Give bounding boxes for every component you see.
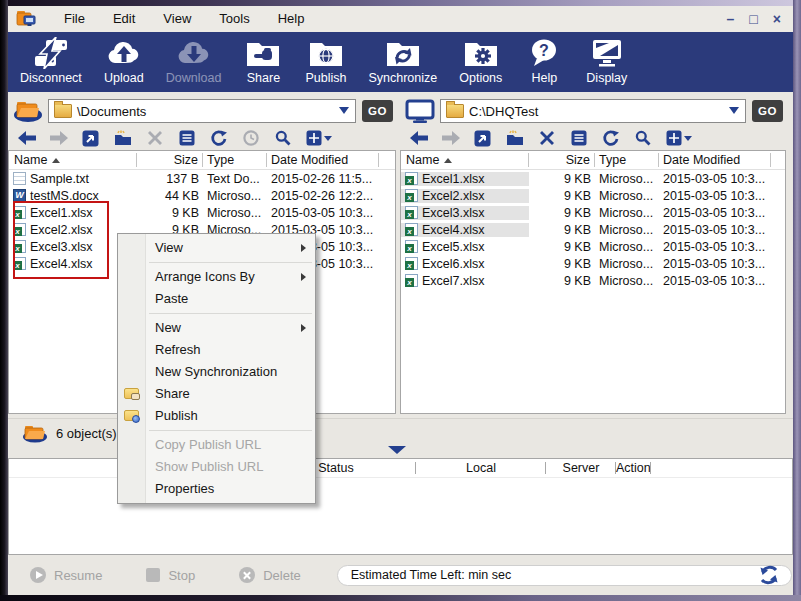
file-icon bbox=[13, 172, 26, 185]
menubar-item[interactable]: Edit bbox=[99, 6, 149, 32]
back-icon[interactable] bbox=[408, 129, 429, 147]
column-header-name[interactable]: Name bbox=[401, 153, 529, 167]
download-icon bbox=[174, 37, 214, 69]
context-menu-item[interactable]: New bbox=[118, 317, 315, 339]
menu-items: FileEditViewToolsHelp bbox=[50, 6, 318, 32]
delete-button[interactable]: Delete bbox=[239, 567, 301, 583]
share-button[interactable]: Share bbox=[243, 37, 283, 85]
window-frame-right bbox=[793, 0, 801, 601]
display-button[interactable]: Display bbox=[586, 37, 627, 85]
local-go-button[interactable]: GO bbox=[752, 100, 783, 122]
back-icon[interactable] bbox=[16, 129, 37, 147]
maximize-button[interactable]: □ bbox=[749, 6, 757, 32]
search-icon[interactable] bbox=[272, 129, 293, 147]
new-folder-icon[interactable] bbox=[504, 129, 525, 147]
list-view-icon[interactable] bbox=[568, 129, 589, 147]
help-button[interactable]: ? Help bbox=[524, 37, 564, 85]
new-folder-icon[interactable] bbox=[112, 129, 133, 147]
context-menu-item[interactable]: New Synchronization bbox=[118, 361, 315, 383]
synchronize-icon bbox=[383, 37, 423, 69]
refresh-transfers-icon[interactable] bbox=[757, 563, 781, 587]
up-level-icon[interactable] bbox=[472, 129, 493, 147]
column-header-size[interactable]: Size bbox=[137, 153, 203, 167]
menubar-item[interactable]: Tools bbox=[205, 6, 263, 32]
column-header-type[interactable]: Type bbox=[595, 153, 659, 167]
close-button[interactable]: × bbox=[773, 6, 781, 32]
stop-button[interactable]: Stop bbox=[146, 568, 195, 583]
table-row[interactable]: Excel2.xlsx 9 KB Microso... 2015-03-05 1… bbox=[401, 187, 785, 204]
context-menu-item[interactable]: Arrange Icons By bbox=[118, 266, 315, 288]
remote-path-value: \Documents bbox=[77, 104, 146, 119]
context-menu-item[interactable]: Show Publish URL bbox=[118, 456, 315, 478]
local-path-input[interactable]: C:\DHQTest bbox=[440, 99, 746, 123]
table-row[interactable]: Excel1.xlsx 9 KB Microso... 2015-03-05 1… bbox=[401, 170, 785, 187]
context-menu-item[interactable]: Properties bbox=[118, 478, 315, 500]
context-menu-item[interactable]: View bbox=[118, 237, 315, 259]
forward-icon[interactable] bbox=[440, 129, 461, 147]
disconnect-button[interactable]: Disconnect bbox=[20, 37, 82, 85]
column-header-size[interactable]: Size bbox=[529, 153, 595, 167]
menu-item-icon bbox=[124, 242, 139, 253]
context-menu-item[interactable]: Refresh bbox=[118, 339, 315, 361]
resume-button[interactable]: Resume bbox=[30, 567, 102, 583]
list-view-icon[interactable] bbox=[176, 129, 197, 147]
view-grid-icon[interactable] bbox=[664, 129, 694, 147]
table-row[interactable]: testMS.docx 44 KB Microso... 2015-02-26 … bbox=[9, 187, 395, 204]
app-icon bbox=[16, 10, 36, 28]
folder-icon bbox=[446, 104, 464, 118]
publish-button[interactable]: Publish bbox=[305, 37, 346, 85]
sort-ascending-icon bbox=[444, 154, 452, 163]
context-menu-item[interactable]: Publish bbox=[118, 405, 315, 427]
minimize-button[interactable]: – bbox=[727, 6, 735, 32]
search-icon[interactable] bbox=[632, 129, 653, 147]
context-menu-item[interactable]: Paste bbox=[118, 288, 315, 310]
local-path-value: C:\DHQTest bbox=[469, 104, 538, 119]
refresh-icon[interactable] bbox=[600, 129, 621, 147]
remote-path-input[interactable]: \Documents bbox=[48, 99, 356, 123]
app-window: FileEditViewToolsHelp – □ × Disconnect U… bbox=[8, 6, 793, 595]
column-header-name[interactable]: Name bbox=[9, 153, 137, 167]
chevron-down-icon[interactable] bbox=[339, 107, 349, 119]
file-icon bbox=[13, 257, 26, 270]
forward-icon[interactable] bbox=[48, 129, 69, 147]
resume-icon bbox=[30, 567, 46, 583]
column-header-type[interactable]: Type bbox=[203, 153, 267, 167]
table-row[interactable]: Excel5.xlsx 9 KB Microso... 2015-03-05 1… bbox=[401, 238, 785, 255]
delete-icon[interactable] bbox=[536, 129, 557, 147]
table-row[interactable]: Excel4.xlsx 9 KB Microso... 2015-03-05 1… bbox=[401, 221, 785, 238]
context-menu-item[interactable]: Copy Publish URL bbox=[118, 434, 315, 456]
menubar-item[interactable]: Help bbox=[264, 6, 319, 32]
menu-item-icon bbox=[124, 439, 139, 450]
stop-icon bbox=[146, 568, 160, 582]
menu-item-icon bbox=[124, 483, 139, 494]
table-row[interactable]: Excel6.xlsx 9 KB Microso... 2015-03-05 1… bbox=[401, 255, 785, 272]
disconnect-icon bbox=[31, 37, 71, 69]
column-header-date[interactable]: Date Modified bbox=[659, 153, 771, 167]
menubar-item[interactable]: View bbox=[149, 6, 205, 32]
remote-go-button[interactable]: GO bbox=[362, 100, 393, 122]
queue-column-header[interactable]: Action bbox=[616, 459, 651, 477]
synchronize-button[interactable]: Synchronize bbox=[368, 37, 437, 85]
view-grid-icon[interactable] bbox=[304, 129, 334, 147]
chevron-down-icon[interactable] bbox=[729, 107, 739, 119]
context-menu-item[interactable]: Share bbox=[118, 383, 315, 405]
queue-column-header[interactable]: Server bbox=[546, 459, 616, 477]
queue-column-header[interactable]: Local bbox=[416, 459, 546, 477]
file-icon bbox=[13, 189, 26, 202]
column-header-date[interactable]: Date Modified bbox=[267, 153, 379, 167]
menubar-item[interactable]: File bbox=[50, 6, 99, 32]
menu-item-icon bbox=[124, 344, 139, 355]
upload-button[interactable]: Upload bbox=[104, 37, 144, 85]
options-button[interactable]: Options bbox=[459, 37, 502, 85]
table-row[interactable]: Excel7.xlsx 9 KB Microso... 2015-03-05 1… bbox=[401, 272, 785, 289]
up-level-icon[interactable] bbox=[80, 129, 101, 147]
remote-list-header: Name Size Type Date Modified bbox=[9, 151, 395, 170]
table-row[interactable]: Excel1.xlsx 9 KB Microso... 2015-03-05 1… bbox=[9, 204, 395, 221]
display-icon bbox=[587, 37, 627, 69]
table-row[interactable]: Excel3.xlsx 9 KB Microso... 2015-03-05 1… bbox=[401, 204, 785, 221]
delete-icon[interactable] bbox=[144, 129, 165, 147]
history-icon[interactable] bbox=[240, 129, 261, 147]
refresh-icon[interactable] bbox=[208, 129, 229, 147]
table-row[interactable]: Sample.txt 137 B Text Do... 2015-02-26 1… bbox=[9, 170, 395, 187]
download-button[interactable]: Download bbox=[166, 37, 222, 85]
